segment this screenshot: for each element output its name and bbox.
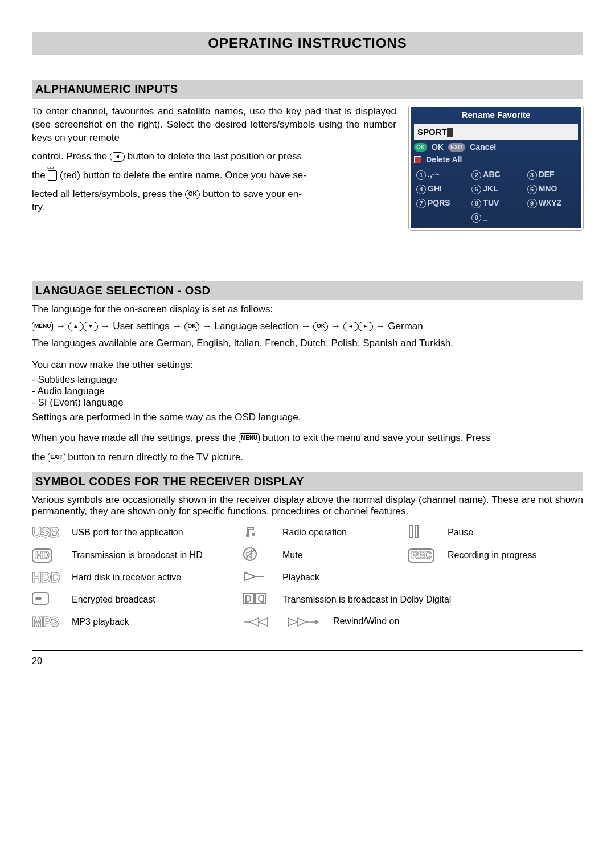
text: lected all letters/symbols, press the xyxy=(32,189,185,199)
osd-keypad-cell: 4GHI xyxy=(416,183,465,194)
text: button to return directly to the TV pict… xyxy=(68,452,243,462)
radio-note-icon xyxy=(243,524,257,539)
text: try. xyxy=(32,202,44,212)
ok-button-icon: OK xyxy=(313,322,328,331)
ok-button-icon: OK xyxy=(185,190,200,199)
section-heading-alphanumeric: ALPHANUMERIC INPUTS xyxy=(32,80,583,99)
svg-rect-3 xyxy=(415,526,418,537)
exit-button-icon: EXIT xyxy=(48,453,65,462)
osd-keypad: 1.,-~2ABC3DEF4GHI5JKL6MNO7PQRS8TUV9WXYZ0… xyxy=(411,166,581,228)
svg-marker-15 xyxy=(297,618,306,626)
svg-marker-11 xyxy=(259,618,268,626)
section-heading-symbolcodes: SYMBOL CODES FOR THE RECEIVER DISPLAY xyxy=(32,472,583,491)
text: button to delete the last position or pr… xyxy=(128,151,302,162)
rec-icon: REC xyxy=(408,548,434,563)
rewind-wind-icon xyxy=(243,616,328,628)
svg-marker-18 xyxy=(315,620,319,624)
svg-marker-14 xyxy=(288,618,297,626)
dolby-icon xyxy=(243,591,268,606)
hdd-icon: HDD xyxy=(32,570,60,585)
symbol-desc: Pause xyxy=(448,527,550,538)
symbol-desc: Mute xyxy=(282,550,408,560)
svg-rect-8 xyxy=(244,593,254,604)
footer-rule xyxy=(32,650,583,651)
svg-point-1 xyxy=(252,533,255,536)
up-arrow-icon: ▲ xyxy=(68,322,83,331)
fav-red-button-icon xyxy=(48,170,57,181)
mp3-icon: MP3 xyxy=(32,614,58,629)
svg-point-0 xyxy=(246,534,249,537)
lang-other-list: Subtitles languageAudio languageSI (Even… xyxy=(32,374,583,408)
osd-keypad-cell: 6MNO xyxy=(527,183,576,194)
symbol-desc: Encrypted broadcast xyxy=(72,595,243,605)
ok-pill-icon: OK xyxy=(414,143,427,152)
text: the xyxy=(32,170,48,181)
osd-keypad-cell: 3DEF xyxy=(527,169,576,180)
symbol-desc: Transmission is broadcast in Dolby Digit… xyxy=(282,595,550,605)
svg-rect-9 xyxy=(255,593,265,604)
text: the xyxy=(32,452,48,462)
osd-keypad-cell: 1.,-~ xyxy=(416,169,465,180)
text: button to exit the menu and save your se… xyxy=(263,432,491,443)
exit-pill-icon: EXIT xyxy=(448,143,465,152)
list-item: Audio language xyxy=(32,386,583,397)
text: (red) button to delete the entire name. … xyxy=(60,170,306,181)
lang-intro: The language for the on-screen display i… xyxy=(32,304,583,315)
encrypted-key-icon xyxy=(32,592,49,605)
page-title: OPERATING INSTRUCTIONS xyxy=(32,32,583,55)
pause-icon xyxy=(408,525,420,538)
symbol-desc: MP3 playback xyxy=(72,617,243,627)
osd-title: Rename Favorite xyxy=(411,107,581,123)
osd-delete-row: Delete All xyxy=(411,153,581,166)
symbol-desc: USB port for the application xyxy=(72,527,243,538)
osd-screenshot: Rename Favorite SPORT OK OK EXIT Cancel … xyxy=(409,105,583,230)
symbol-desc: Playback xyxy=(282,572,408,583)
text: To enter channel, favourites and satelli… xyxy=(32,106,396,143)
osd-keypad-cell xyxy=(416,212,465,223)
lang-sameway: Settings are performed in the same way a… xyxy=(32,412,583,423)
page-number: 20 xyxy=(32,656,583,666)
usb-icon: USB xyxy=(32,525,59,540)
osd-keypad-cell xyxy=(527,212,576,223)
left-arrow-icon: ◄ xyxy=(343,322,358,331)
osd-keypad-cell: 5JKL xyxy=(472,183,520,194)
right-arrow-icon: ► xyxy=(358,322,373,331)
symbol-desc: Transmission is broadcast in HD xyxy=(72,550,243,560)
lang-avail: The languages available are German, Engl… xyxy=(32,338,583,349)
symbol-table: USB USB port for the application Radio o… xyxy=(32,524,583,630)
hd-icon: HD xyxy=(32,548,52,563)
osd-keypad-cell: 8TUV xyxy=(472,198,520,208)
symbol-desc: Recording in progress xyxy=(448,550,550,560)
symcodes-intro: Various symbols are occasionally shown i… xyxy=(32,494,583,517)
osd-keypad-cell: 9WXYZ xyxy=(527,198,576,208)
down-arrow-icon: ▼ xyxy=(83,322,98,331)
symbol-desc: Hard disk in receiver active xyxy=(72,572,243,583)
osd-rename-input: SPORT xyxy=(414,124,578,140)
alphanumeric-body: To enter channel, favourites and satelli… xyxy=(32,105,396,214)
ok-button-icon: OK xyxy=(184,322,199,331)
list-item: Subtitles language xyxy=(32,374,583,386)
osd-cancel-label: Cancel xyxy=(470,142,496,152)
svg-marker-10 xyxy=(249,618,259,626)
text: German xyxy=(386,321,423,331)
text: User settings xyxy=(110,321,173,331)
text: button to save your en- xyxy=(203,189,302,199)
svg-rect-2 xyxy=(409,526,412,537)
mute-icon xyxy=(243,547,259,562)
text: When you have made all the settings, pre… xyxy=(32,432,239,443)
play-icon xyxy=(243,570,265,583)
symbol-desc: Radio operation xyxy=(282,527,408,538)
text: Language selection xyxy=(212,321,301,331)
osd-ok-label: OK xyxy=(432,142,444,152)
lang-other-intro: You can now make the other settings: xyxy=(32,359,583,371)
lang-press-menu: When you have made all the settings, pre… xyxy=(32,432,583,444)
svg-marker-6 xyxy=(245,572,255,580)
menu-button-icon: MENU xyxy=(32,322,53,331)
red-square-icon xyxy=(414,156,421,163)
osd-keypad-cell: 2ABC xyxy=(472,169,520,180)
list-item: SI (Event) language xyxy=(32,397,583,408)
section-heading-language: LANGUAGE SELECTION - OSD xyxy=(32,281,583,300)
osd-delete-label: Delete All xyxy=(426,154,462,165)
osd-actions-row: OK OK EXIT Cancel xyxy=(411,141,581,153)
lang-press-exit: the EXIT button to return directly to th… xyxy=(32,452,583,463)
